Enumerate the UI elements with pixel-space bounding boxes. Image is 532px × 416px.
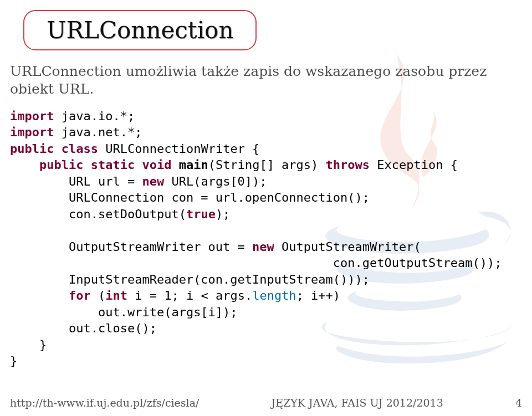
code-text: (String[] args) [208, 158, 326, 172]
kw-true: true [186, 207, 216, 221]
kw-new: new [252, 240, 274, 254]
code-text: URL url = [10, 174, 142, 188]
code-text [10, 158, 39, 172]
intro-text: URLConnection umożliwia także zapis do w… [10, 63, 532, 98]
code-text: java.net.*; [54, 125, 142, 139]
code-text: out.write(args[i]); [10, 305, 238, 319]
kw-int: int [105, 289, 127, 302]
code-text: con.getOutputStream()); [10, 256, 502, 270]
footer-page-number: 4 [515, 397, 522, 409]
code-block: import java.io.*; import java.net.*; pub… [10, 108, 532, 369]
code-text: URLConnectionWriter { [98, 142, 259, 156]
footer-course: JĘZYK JAVA, FAIS UJ 2012/2013 [272, 397, 443, 409]
kw-class: class [62, 142, 98, 156]
footer-url: http://th-www.if.uj.edu.pl/zfs/ciesla/ [10, 397, 199, 409]
kw-static: static [91, 158, 135, 172]
code-text [83, 158, 90, 172]
kw-public: public [39, 158, 83, 172]
fn-main: main [179, 158, 208, 172]
code-text [135, 158, 142, 172]
code-text: URLConnection con = url.openConnection()… [10, 191, 370, 204]
code-text: i = 1; i < args. [127, 289, 252, 302]
code-text: ; i++) [296, 289, 340, 302]
code-text: InputStreamReader(con.getInputStream()))… [10, 273, 370, 286]
code-text: URL(args[0]); [164, 174, 267, 188]
code-text: ); [216, 207, 231, 221]
kw-new: new [142, 174, 164, 188]
kw-for: for [69, 289, 91, 302]
title-box: URLConnection [23, 10, 257, 50]
code-text [10, 289, 69, 302]
kw-throws: throws [326, 158, 370, 172]
code-text: out.close(); [10, 321, 157, 335]
code-text [54, 142, 61, 156]
code-text: Exception { [370, 158, 458, 172]
code-text: OutputStreamWriter out = [10, 240, 252, 254]
kw-public: public [10, 142, 54, 156]
attr-length: length [252, 289, 296, 302]
code-text: ( [91, 289, 106, 302]
kw-import: import [10, 125, 54, 139]
footer: http://th-www.if.uj.edu.pl/zfs/ciesla/ J… [10, 397, 522, 409]
code-text: } [10, 354, 17, 368]
code-text: OutputStreamWriter( [274, 240, 421, 254]
code-text: con.setDoOutput( [10, 207, 186, 221]
kw-import: import [10, 109, 54, 123]
page-title: URLConnection [47, 17, 233, 44]
code-text: java.io.*; [54, 109, 135, 123]
code-text: } [10, 338, 47, 352]
kw-void: void [142, 158, 171, 172]
code-text [171, 158, 178, 172]
